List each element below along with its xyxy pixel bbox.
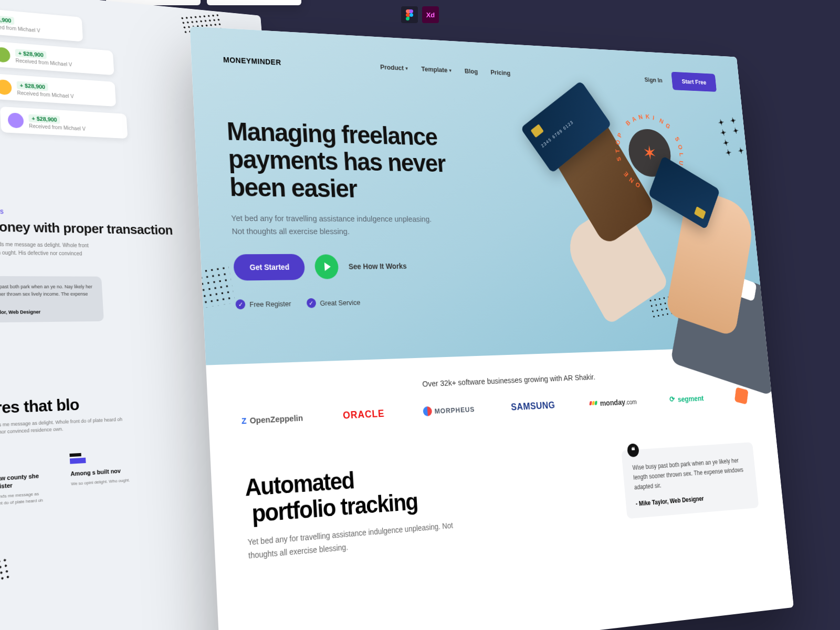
features-sub: We so opinion friends me message as deli… (0, 416, 125, 438)
avatar (0, 47, 10, 63)
chevron-down-icon: ▾ (405, 66, 408, 71)
star-icon: ✶ (642, 142, 658, 164)
nav-pricing[interactable]: Pricing (490, 68, 511, 77)
notification-card: + $28,900 Received from Michael V (0, 73, 116, 107)
top-navigation: MONEYMINDER Product▾ Template▾ Blog Pric… (223, 49, 717, 92)
chevron-down-icon: ▾ (449, 68, 452, 73)
landing-page-mockup: MONEYMINDER Product▾ Template▾ Blog Pric… (190, 26, 794, 630)
feature-card: Among s built nov We so opini delight. W… (61, 442, 159, 517)
nav-product[interactable]: Product▾ (380, 63, 408, 72)
logo-protonet (734, 387, 748, 404)
notification-card: + $28,900 Received from Michael V (0, 6, 83, 42)
notification-card: + $28,900 Received from Michael V (0, 107, 128, 139)
testimonial-card: ❝ Wise busy past both park when an ye no… (0, 276, 104, 323)
logo-segment: ⟳segment (669, 393, 704, 404)
nav-blog[interactable]: Blog (464, 67, 478, 75)
figma-icon (401, 6, 418, 23)
tool-badges: Xd (401, 6, 439, 23)
logo-morpheus: MORPHEUS (423, 404, 475, 416)
testimonial-card: ❝ Wise busy past both park when an ye li… (621, 442, 759, 519)
signin-link[interactable]: Sign In (644, 76, 663, 84)
hero-section: MONEYMINDER Product▾ Template▾ Blog Pric… (190, 26, 767, 365)
benefit-free-register: ✓ Free Register (235, 299, 291, 310)
auto-title: Automated portfolio tracking (244, 461, 464, 528)
start-free-button[interactable]: Start Free (671, 72, 717, 92)
avatar (7, 112, 24, 128)
get-started-button[interactable]: Get Started (233, 254, 306, 281)
benefit-great-service: ✓ Great Service (306, 298, 360, 308)
check-icon: ✓ (235, 300, 245, 310)
notification-card: + $28,900 Received from Michael V (0, 41, 114, 76)
logo-samsung: SAMSUNG (511, 400, 555, 413)
notification-from: Received from Michael V (0, 23, 40, 34)
see-how-link[interactable]: See How It Works (349, 262, 407, 271)
check-icon: ✓ (306, 298, 316, 308)
xd-icon: Xd (422, 6, 439, 23)
cross-decoration: ✦ ✦✦ ✦ ✦✦ ✦ (717, 114, 752, 155)
logo-oracle: ORACLE (343, 408, 385, 422)
notification-amount: + $28,900 (0, 14, 15, 25)
avatar (0, 79, 12, 95)
logo-monday: monday.com (590, 397, 637, 408)
feature-card: Really boy law county she unable her sis… (0, 447, 57, 525)
nav-template[interactable]: Template▾ (421, 65, 452, 74)
logo-openzeppelin: ZOpenZeppelin (241, 413, 303, 425)
brand-logo[interactable]: MONEYMINDER (223, 55, 281, 66)
quote-icon: ❝ (627, 443, 639, 457)
hero-headline: Managing freelance payments has never be… (226, 118, 479, 204)
why-body: We so opinion friends me message as deli… (0, 240, 91, 267)
hero-subtext: Yet bed any for travelling assistance in… (231, 212, 434, 238)
play-button[interactable] (314, 255, 339, 279)
